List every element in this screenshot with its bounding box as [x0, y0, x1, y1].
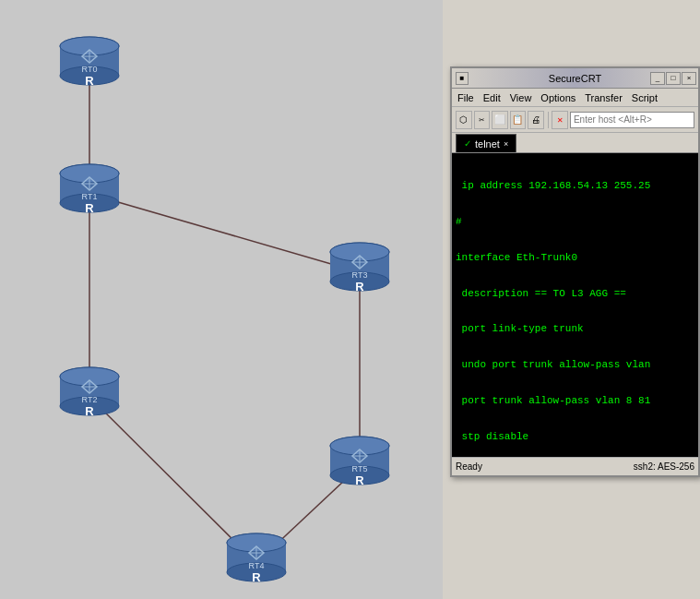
status-right: ssh2: AES-256 — [634, 461, 694, 472]
terminal-line-0: ip address 192.168.54.13 255.25 — [456, 179, 694, 193]
status-left: Ready — [456, 461, 482, 472]
svg-text:RT0: RT0 — [82, 65, 98, 74]
terminal-line-4: port link-type trunk — [456, 322, 694, 336]
tab-close-button[interactable]: × — [504, 139, 508, 149]
router-rt0: RT0 R — [60, 37, 119, 88]
tab-telnet[interactable]: ✓ telnet × — [456, 134, 516, 152]
securecrt-window: ■ SecureCRT _ □ × File Edit View Options… — [450, 66, 700, 477]
terminal-line-3: description == TO L3 AGG == — [456, 287, 694, 301]
router-rt2: RT2 R — [60, 367, 119, 418]
terminal-line-5: undo port trunk allow-pass vlan — [456, 358, 694, 372]
status-bar: Ready ssh2: AES-256 — [452, 457, 698, 475]
svg-text:RT1: RT1 — [82, 192, 98, 201]
minimize-button[interactable]: _ — [650, 72, 665, 85]
toolbar-btn-4[interactable]: 📋 — [510, 111, 527, 129]
menu-options[interactable]: Options — [537, 91, 579, 104]
terminal-output[interactable]: ip address 192.168.54.13 255.25 # interf… — [452, 153, 698, 457]
terminal-line-7: stp disable — [456, 430, 694, 444]
router-rt1: RT1 R — [60, 164, 119, 215]
window-controls[interactable]: _ □ × — [650, 72, 696, 85]
svg-text:R: R — [355, 280, 364, 294]
toolbar: ⬡ ✂ ⬜ 📋 🖨 ✕ — [452, 107, 698, 133]
svg-text:R: R — [85, 201, 94, 215]
svg-text:R: R — [85, 404, 94, 418]
toolbar-btn-3[interactable]: ⬜ — [492, 111, 508, 129]
network-diagram: RT0 R RT1 R RT2 R — [0, 0, 443, 599]
close-button[interactable]: × — [682, 72, 696, 85]
tab-status-icon: ✓ — [464, 138, 471, 149]
window-title: SecureCRT — [549, 73, 601, 84]
tab-label: telnet — [475, 138, 500, 150]
maximize-button[interactable]: □ — [666, 72, 681, 85]
window-icon: ■ — [456, 72, 469, 85]
terminal-line-6: port trunk allow-pass vlan 8 81 — [456, 394, 694, 408]
router-rt5: RT5 R — [330, 437, 389, 487]
menu-transfer[interactable]: Transfer — [581, 91, 626, 104]
tab-bar: ✓ telnet × — [452, 133, 698, 153]
router-rt3: RT3 R — [330, 243, 389, 294]
menu-file[interactable]: File — [454, 91, 478, 104]
terminal-line-1: # — [456, 215, 694, 229]
toolbar-separator — [548, 112, 549, 128]
terminal-line-2: interface Eth-Trunk0 — [456, 251, 694, 265]
svg-text:R: R — [85, 74, 94, 88]
svg-text:R: R — [252, 570, 261, 584]
host-input[interactable] — [570, 112, 694, 128]
menu-bar: File Edit View Options Transfer Script — [452, 89, 698, 107]
toolbar-btn-2[interactable]: ✂ — [474, 111, 491, 129]
svg-text:R: R — [355, 473, 364, 487]
menu-edit[interactable]: Edit — [480, 91, 504, 104]
svg-text:RT3: RT3 — [352, 270, 368, 280]
toolbar-btn-1[interactable]: ⬡ — [456, 111, 472, 129]
window-titlebar: ■ SecureCRT _ □ × — [452, 68, 698, 89]
svg-text:RT2: RT2 — [82, 395, 98, 404]
topology-svg: RT0 R RT1 R RT2 R — [0, 0, 443, 599]
svg-text:RT5: RT5 — [352, 464, 368, 473]
svg-text:RT4: RT4 — [249, 561, 265, 570]
toolbar-btn-5[interactable]: 🖨 — [528, 111, 544, 129]
connection-line — [89, 194, 360, 272]
menu-script[interactable]: Script — [628, 91, 661, 104]
router-rt4: RT4 R — [227, 533, 286, 584]
menu-view[interactable]: View — [506, 91, 536, 104]
toolbar-btn-stop[interactable]: ✕ — [552, 111, 568, 129]
